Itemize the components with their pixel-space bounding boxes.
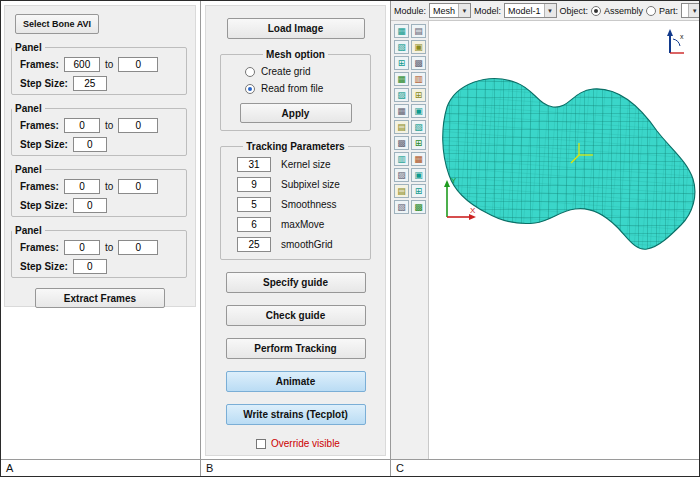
mesh-tool-icon-15[interactable]: ▩ — [394, 136, 409, 150]
mesh-viewport[interactable]: Y X x — [429, 21, 698, 459]
read-from-file-radio[interactable] — [245, 84, 255, 94]
orientation-triad-icon: x — [664, 27, 688, 59]
app-window: Select Bone AVI Panel Frames: to Step Si… — [0, 0, 700, 477]
frame-range-panel-4: Panel Frames: to Step Size: — [11, 225, 187, 278]
model-value: Model-1 — [508, 6, 541, 16]
panel-c-label: C — [396, 462, 404, 474]
extract-frames-button[interactable]: Extract Frames — [35, 288, 165, 308]
mesh-tool-icon-17[interactable]: ▥ — [394, 152, 409, 166]
panel-a-footer: A — [1, 459, 200, 476]
mesh-tool-icon-19[interactable]: ▨ — [394, 168, 409, 182]
object-label: Object: — [560, 6, 589, 16]
mesh-tool-icon-23[interactable]: ▧ — [394, 200, 409, 214]
mesh-tool-icon-24[interactable]: ▩ — [411, 200, 426, 214]
smoothness-label: Smoothness — [281, 199, 337, 210]
frame-range-panel-2: Panel Frames: to Step Size: — [11, 103, 187, 156]
frames-label: Frames: — [20, 242, 59, 253]
chevron-down-icon: ▼ — [688, 4, 699, 17]
mesh-tool-palette: ▦ ▤ ▧ ▣ ⊞ ▩ ▦ ▥ ▨ ⊞ ▦ ▣ ▤ ▧ ▩ ⊞ ▥ ▦ ▨ ▣ … — [391, 21, 429, 459]
mesh-tool-icon-16[interactable]: ⊞ — [411, 136, 426, 150]
mesh-tool-icon-22[interactable]: ⊞ — [411, 184, 426, 198]
mesh-tool-icon-6[interactable]: ▩ — [411, 56, 426, 70]
mesh-tool-icon-10[interactable]: ⊞ — [411, 88, 426, 102]
panel-a: Select Bone AVI Panel Frames: to Step Si… — [1, 1, 201, 476]
panel-c-footer: C — [391, 459, 699, 476]
mesh-tool-icon-7[interactable]: ▦ — [394, 72, 409, 86]
frames-from-input[interactable] — [64, 179, 100, 194]
viewport-axis-triad: Y X — [437, 173, 479, 227]
svg-text:x: x — [680, 33, 684, 40]
frames-from-input[interactable] — [64, 57, 100, 72]
check-guide-button[interactable]: Check guide — [226, 305, 366, 326]
module-select[interactable]: Mesh ▼ — [429, 3, 471, 18]
maxmove-input[interactable] — [237, 217, 271, 232]
specify-guide-button[interactable]: Specify guide — [226, 272, 366, 293]
mesh-tool-icon-3[interactable]: ▧ — [394, 40, 409, 54]
mesh-option-title: Mesh option — [263, 49, 328, 60]
mesh-tool-icon-13[interactable]: ▤ — [394, 120, 409, 134]
mesh-tool-icon-2[interactable]: ▤ — [411, 24, 426, 38]
smoothgrid-label: smoothGrid — [281, 239, 333, 250]
override-visible-label: Override visible — [271, 438, 340, 449]
mesh-tool-icon-21[interactable]: ▤ — [394, 184, 409, 198]
to-label: to — [105, 120, 113, 131]
read-from-file-label: Read from file — [261, 83, 323, 94]
override-visible-checkbox[interactable] — [256, 439, 266, 449]
frames-from-input[interactable] — [64, 118, 100, 133]
step-size-input[interactable] — [73, 137, 107, 152]
create-grid-label: Create grid — [261, 66, 310, 77]
subpixel-size-label: Subpixel size — [281, 179, 340, 190]
panel-title: Panel — [12, 225, 45, 236]
frames-label: Frames: — [20, 181, 59, 192]
to-label: to — [105, 181, 113, 192]
mesh-tool-icon-1[interactable]: ▦ — [394, 24, 409, 38]
to-label: to — [105, 59, 113, 70]
object-assembly-radio[interactable] — [591, 6, 601, 16]
mesh-tool-icon-14[interactable]: ▧ — [411, 120, 426, 134]
frames-label: Frames: — [20, 120, 59, 131]
select-bone-avi-button[interactable]: Select Bone AVI — [15, 14, 99, 34]
tracking-parameters-title: Tracking Parameters — [243, 141, 347, 152]
mesh-tool-icon-8[interactable]: ▥ — [411, 72, 426, 86]
mesh-tool-icon-20[interactable]: ▣ — [411, 168, 426, 182]
animate-button[interactable]: Animate — [226, 371, 366, 392]
load-image-button[interactable]: Load Image — [227, 18, 365, 39]
frames-label: Frames: — [20, 59, 59, 70]
perform-tracking-button[interactable]: Perform Tracking — [226, 338, 366, 359]
panel-title: Panel — [12, 103, 45, 114]
smoothgrid-input[interactable] — [237, 237, 271, 252]
write-strains-button[interactable]: Write strains (Tecplot) — [226, 404, 366, 425]
part-select[interactable]: ▼ — [681, 3, 699, 18]
frame-range-panel-1: Panel Frames: to Step Size: — [11, 42, 187, 95]
mesh-tool-icon-9[interactable]: ▨ — [394, 88, 409, 102]
part-label: Part: — [659, 6, 678, 16]
mesh-tool-icon-12[interactable]: ▣ — [411, 104, 426, 118]
frames-to-input[interactable] — [118, 57, 158, 72]
subpixel-size-input[interactable] — [237, 177, 271, 192]
frames-from-input[interactable] — [64, 240, 100, 255]
kernel-size-label: Kernel size — [281, 159, 330, 170]
step-size-label: Step Size: — [20, 261, 68, 272]
mesh-tool-icon-5[interactable]: ⊞ — [394, 56, 409, 70]
x-axis-label: X — [470, 206, 476, 215]
apply-button[interactable]: Apply — [240, 103, 352, 123]
y-axis-label: Y — [451, 176, 457, 185]
create-grid-radio[interactable] — [245, 67, 255, 77]
frames-to-input[interactable] — [118, 179, 158, 194]
step-size-input[interactable] — [73, 198, 107, 213]
mesh-tool-icon-4[interactable]: ▣ — [411, 40, 426, 54]
model-label: Model: — [474, 6, 501, 16]
kernel-size-input[interactable] — [237, 157, 271, 172]
step-size-input[interactable] — [73, 76, 107, 91]
chevron-down-icon: ▼ — [458, 4, 470, 17]
step-size-label: Step Size: — [20, 200, 68, 211]
model-select[interactable]: Model-1 ▼ — [504, 3, 557, 18]
object-part-radio[interactable] — [646, 6, 656, 16]
mesh-tool-icon-18[interactable]: ▦ — [411, 152, 426, 166]
smoothness-input[interactable] — [237, 197, 271, 212]
mesh-tool-icon-11[interactable]: ▦ — [394, 104, 409, 118]
frames-to-input[interactable] — [118, 118, 158, 133]
panel-b-footer: B — [201, 459, 390, 476]
step-size-input[interactable] — [73, 259, 107, 274]
frames-to-input[interactable] — [118, 240, 158, 255]
